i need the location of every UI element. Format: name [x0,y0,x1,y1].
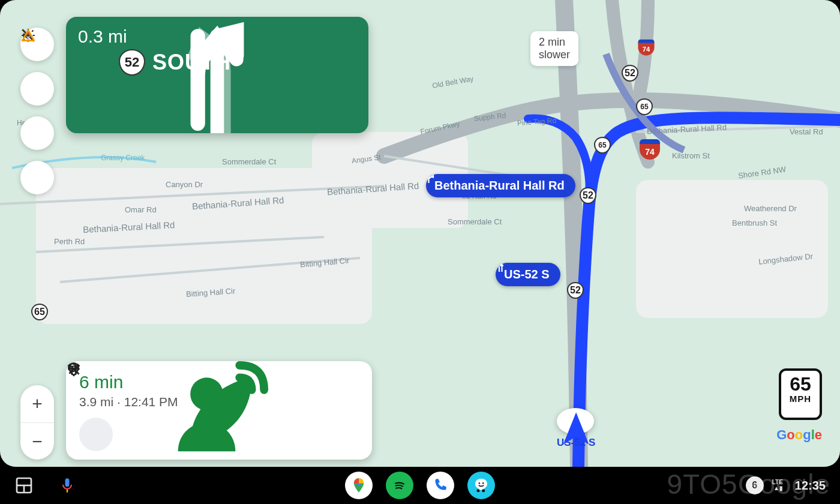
route-shield-65: 65 [31,304,48,320]
svg-point-21 [482,489,485,492]
turn-banner[interactable]: 0.3 mi 52 SOUTH [66,17,368,133]
route-pill-us52[interactable]: US-52 S [496,263,560,286]
zoom-out-button[interactable]: − [20,422,54,460]
mute-button[interactable] [20,72,54,106]
route-shield-65: 65 [594,137,611,154]
fork-right-icon [66,17,368,133]
more-horizontal-icon [66,361,82,377]
phone-icon [433,478,448,493]
spotify-app-button[interactable] [386,472,413,499]
waze-icon [472,476,490,494]
svg-point-19 [482,482,484,484]
route-pill-label: Bethania-Rural Hall Rd [434,179,565,193]
network-status: LTE ▲▮ [772,479,783,491]
current-location-marker: US-52 S [557,408,595,449]
report-button[interactable] [20,161,54,194]
waze-app-button[interactable] [467,472,495,499]
navigation-arrow-icon [557,408,595,449]
notification-badge[interactable]: 6 [746,476,764,494]
speed-limit-value: 65 [781,374,820,394]
eco-leaf-icon [66,361,372,460]
speed-limit-unit: MPH [781,394,820,404]
eta-card[interactable]: 6 min 3.9 mi · 12:41 PM [66,361,372,460]
svg-point-18 [479,482,481,484]
svg-point-9 [68,368,70,370]
app-launcher-button[interactable] [14,476,34,495]
svg-point-11 [77,368,79,370]
spotify-icon [391,477,408,494]
svg-point-10 [73,368,75,370]
zoom-control: + − [20,385,54,460]
route-shield-52: 52 [622,65,638,82]
maps-app-button[interactable] [345,472,373,499]
compass-button[interactable] [20,116,54,150]
alt-route-line1: 2 min [539,36,570,49]
google-maps-icon [350,477,367,494]
route-shield-52: 52 [567,282,584,299]
route-shield-52: 52 [580,187,596,204]
map-canvas[interactable]: Bethania-Rural Hall Rd Bethania-Rural Ha… [0,0,840,467]
svg-rect-2 [636,180,828,318]
alt-route-chip[interactable]: 2 min slower [530,31,578,66]
route-pill-bethania[interactable]: Bethania-Rural Hall Rd [426,174,575,197]
interstate-shield-74: 74 [640,139,660,160]
route-shield-65: 65 [636,98,653,115]
zoom-in-button[interactable]: + [20,385,54,422]
system-bar: 6 LTE ▲▮ 12:35 9TO5Google [0,467,840,504]
svg-point-20 [477,489,480,492]
phone-app-button[interactable] [427,472,454,499]
assistant-mic-button[interactable] [59,477,76,494]
route-pill-label: US-52 S [504,268,550,281]
warning-triangle-icon [20,28,36,43]
google-attribution: Google [776,427,822,443]
interstate-shield-74: 74 [638,39,654,55]
clock: 12:35 [795,479,826,493]
speed-limit-sign: 65 MPH [779,368,822,420]
alt-route-line2: slower [539,49,570,61]
